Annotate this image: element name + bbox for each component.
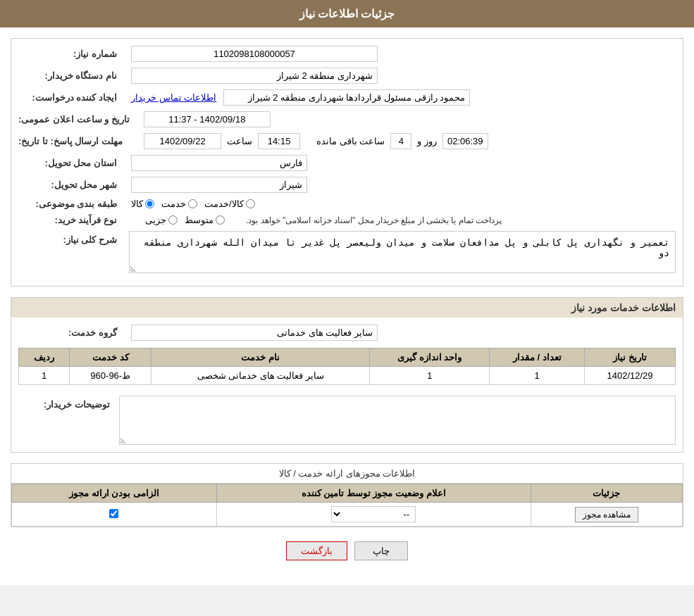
requester-value: محمود رازقی مسئول قراردادها شهرداری منطق… [223,89,470,106]
order-number-row: 1102098108000057 شماره نیاز: [18,46,676,62]
hours-label: ساعت باقی مانده [316,136,385,146]
print-button[interactable]: چاپ [354,541,408,560]
buyer-org-value: شهرداری منطقه 2 شیراز [131,68,378,84]
license-table-row: مشاهده مجوز -- [12,503,683,527]
license-status-cell: -- [216,503,531,527]
cell-code: ط-96-960 [70,367,151,385]
service-info-header: اطلاعات خدمات مورد نیاز [11,298,683,318]
license-table: جزئیات اعلام وضعیت مجوز توسط تامین کننده… [11,484,683,527]
purchase-medium-item: متوسط [185,215,225,225]
license-mandatory-checkbox[interactable] [109,509,118,518]
delivery-city-value: شیراز [131,177,307,193]
general-desc-textarea[interactable] [129,231,676,273]
delivery-province-row: فارس استان محل تحویل: [18,155,676,171]
license-details-cell: مشاهده مجوز [531,503,682,527]
general-desc-label: شرح کلی نیاز: [18,231,117,245]
col-license-details: جزئیات [531,484,682,503]
purchase-partial-item: جزیی [145,215,178,225]
order-number-label: شماره نیاز: [18,49,117,59]
category-goods-service-label: کالا/خدمت [204,199,244,209]
purchase-type-label: نوع فرآیند خرید: [18,215,117,225]
days-label: روز و [417,136,437,146]
contact-info-link[interactable]: اطلاعات تماس خریدار [131,92,216,103]
license-section: اطلاعات مجوزهای ارائه خدمت / کالا جزئیات… [11,463,683,527]
col-license-mandatory: الزامی بودن ارائه مجوز [12,484,217,503]
purchase-partial-label: جزیی [145,215,166,225]
table-row: 1402/12/29 1 1 سایر فعالیت های خدماتی شخ… [19,367,676,385]
category-goods-label: کالا [131,199,143,209]
buyer-notes-row: توضیحات خریدار: [18,396,676,445]
requester-label: ایجاد کننده درخواست: [18,92,117,103]
col-quantity: تعداد / مقدار [490,348,585,367]
main-info-section: 1102098108000057 شماره نیاز: شهرداری منط… [11,38,683,287]
cell-unit: 1 [370,367,490,385]
cell-quantity: 1 [490,367,585,385]
category-service-radio[interactable] [188,199,197,208]
service-table: تاریخ نیاز تعداد / مقدار واحد اندازه گیر… [18,348,676,385]
col-date: تاریخ نیاز [585,348,676,367]
delivery-city-row: شیراز شهر محل تحویل: [18,177,676,193]
page-header: جزئیات اطلاعات نیاز [0,0,694,27]
general-desc-row: شرح کلی نیاز: [18,231,676,273]
delivery-province-label: استان محل تحویل: [18,158,117,168]
view-license-button[interactable]: مشاهده مجوز [575,507,638,522]
countdown-days: 4 [390,133,411,149]
announce-date-value: 1402/09/18 - 11:37 [144,111,271,127]
delivery-city-label: شهر محل تحویل: [18,180,117,190]
announce-date-label: تاریخ و ساعت اعلان عمومی: [18,114,130,125]
requester-row: محمود رازقی مسئول قراردادها شهرداری منطق… [18,89,676,106]
response-deadline-label: مهلت ارسال پاسخ: تا تاریخ: [18,136,123,146]
license-section-header: اطلاعات مجوزهای ارائه خدمت / کالا [11,464,683,484]
license-status-select[interactable]: -- [331,506,416,522]
purchase-medium-radio[interactable] [216,215,225,225]
cell-name: سایر فعالیت های خدماتی شخصی [151,367,370,385]
service-info-section: اطلاعات خدمات مورد نیاز سایر فعالیت های … [11,297,683,453]
col-row: ردیف [19,348,70,367]
service-group-value: سایر فعالیت های خدماتی [131,325,378,341]
category-service-item: خدمت [161,199,197,209]
category-goods-radio[interactable] [145,199,154,208]
buyer-org-row: شهرداری منطقه 2 شیراز نام دستگاه خریدار: [18,68,676,84]
purchase-medium-label: متوسط [185,215,213,225]
service-group-label: گروه خدمت: [18,327,117,338]
category-label: طبقه بندی موضوعی: [18,199,117,209]
buyer-org-label: نام دستگاه خریدار: [18,70,117,81]
purchase-partial-radio[interactable] [168,215,178,225]
category-goods-service-radio[interactable] [246,199,255,208]
category-goods-item: کالا [131,199,154,209]
announce-date-row: 1402/09/18 - 11:37 تاریخ و ساعت اعلان عم… [18,111,676,127]
purchase-type-row: پرداخت تمام یا بخشی از مبلغ خریدار محل "… [18,215,676,225]
cell-date: 1402/12/29 [585,367,676,385]
service-group-row: سایر فعالیت های خدماتی گروه خدمت: [18,325,676,341]
category-goods-service-item: کالا/خدمت [204,199,255,209]
category-service-label: خدمت [161,199,186,209]
bottom-buttons: چاپ بازگشت [11,541,683,560]
col-license-status: اعلام وضعیت مجوز توسط تامین کننده [216,484,531,503]
time-colon: ساعت [227,136,252,146]
category-row: کالا/خدمت خدمت کالا طبقه بندی موضوعی: [18,199,676,209]
buyer-notes-label: توضیحات خریدار: [18,396,110,410]
order-number-value: 1102098108000057 [131,46,378,62]
purchase-note: پرداخت تمام یا بخشی از مبلغ خریدار محل "… [246,215,502,225]
cell-row: 1 [19,367,70,385]
license-mandatory-cell [12,503,217,527]
col-code: کد خدمت [70,348,151,367]
response-time: 14:15 [258,133,300,149]
col-name: نام خدمت [151,348,370,367]
buyer-notes-textarea[interactable] [119,396,676,445]
response-date: 1402/09/22 [144,133,221,149]
response-deadline-row: 02:06:39 روز و 4 ساعت باقی مانده 14:15 س… [18,133,676,149]
delivery-province-value: فارس [131,155,307,171]
back-button[interactable]: بازگشت [286,541,347,560]
countdown-hours: 02:06:39 [442,133,488,149]
page-title: جزئیات اطلاعات نیاز [299,8,395,20]
col-unit: واحد اندازه گیری [370,348,490,367]
